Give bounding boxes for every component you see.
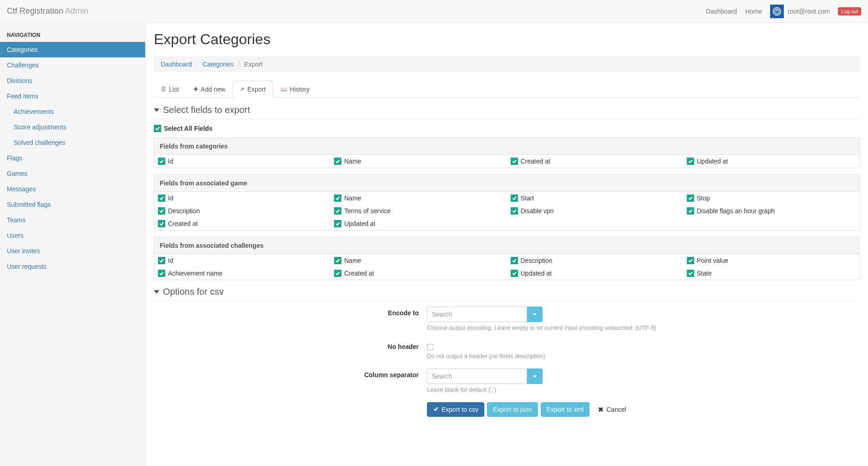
field-label: Terms of service	[344, 207, 391, 215]
select-all-checkbox[interactable]	[154, 125, 161, 132]
field-item: Id	[154, 155, 330, 168]
export-json-button[interactable]: Export to json	[487, 402, 538, 417]
topbar: Ctf Registration Admin Dashboard Home ro…	[0, 0, 868, 23]
field-checkbox[interactable]	[158, 207, 165, 215]
caret-down-icon	[533, 375, 537, 378]
field-checkbox[interactable]	[511, 158, 518, 165]
field-group-header: Fields from associated challenges	[154, 237, 860, 254]
sidebar-item-submitted-flags[interactable]: Submitted flags	[0, 197, 145, 212]
list-icon: ☰	[161, 86, 166, 92]
field-checkbox[interactable]	[334, 195, 341, 202]
sidebar-item-user-requests[interactable]: User requests	[0, 259, 145, 274]
field-group-header: Fields from associated game	[154, 174, 860, 192]
topnav-dashboard[interactable]: Dashboard	[706, 8, 737, 15]
field-checkbox[interactable]	[158, 257, 165, 264]
sidebar-item-categories[interactable]: Categories	[0, 42, 145, 57]
sidebar-item-feed-items[interactable]: Feed items	[0, 88, 145, 104]
tab-export[interactable]: ↗ Export	[233, 81, 273, 97]
field-checkbox[interactable]	[687, 207, 694, 215]
field-checkbox[interactable]	[511, 257, 518, 264]
logout-button[interactable]: Log out	[838, 7, 861, 15]
encode-to-help: Choose output encoding. Leave empty to l…	[427, 324, 860, 331]
sidebar-item-challenges[interactable]: Challenges	[0, 57, 145, 73]
field-label: Created at	[168, 220, 198, 227]
field-checkbox[interactable]	[687, 270, 694, 277]
column-separator-input[interactable]	[427, 369, 527, 384]
field-label: State	[697, 270, 712, 277]
field-checkbox[interactable]	[334, 158, 341, 165]
sidebar-item-teams[interactable]: Teams	[0, 212, 145, 228]
column-separator-dropdown[interactable]	[527, 369, 543, 384]
field-checkbox[interactable]	[158, 270, 165, 277]
field-label: Disable vpn	[521, 207, 554, 215]
sidebar-item-solved-challenges[interactable]: Solved challenges	[0, 135, 145, 150]
field-checkbox[interactable]	[334, 270, 341, 277]
encode-to-input[interactable]	[427, 307, 527, 322]
field-group-header: Fields from categories	[154, 138, 860, 155]
no-header-checkbox[interactable]	[427, 344, 433, 350]
field-label: Id	[168, 158, 173, 165]
select-all-label: Select All Fields	[164, 125, 213, 132]
field-label: Updated at	[521, 270, 552, 277]
sidebar-item-flags[interactable]: Flags	[0, 150, 145, 166]
field-label: Name	[344, 195, 361, 202]
close-icon: ✖	[598, 406, 604, 413]
field-grid: IdNameDescriptionPoint valueAchievement …	[154, 254, 860, 280]
brand-main: Ctf Registration	[7, 6, 63, 15]
history-icon: 📖	[280, 86, 287, 92]
sidebar-item-users[interactable]: Users	[0, 228, 145, 243]
svg-rect-1	[777, 9, 778, 12]
field-checkbox[interactable]	[687, 195, 694, 202]
tab-list-label: List	[169, 86, 179, 93]
brand-sub: Admin	[65, 6, 88, 15]
tab-export-label: Export	[247, 86, 265, 93]
field-item: State	[683, 267, 859, 280]
field-checkbox[interactable]	[158, 195, 165, 202]
field-item: Updated at	[683, 155, 859, 168]
sidebar-item-achievements[interactable]: Achievements	[0, 104, 145, 119]
tab-add-new[interactable]: ✚ Add new	[186, 81, 233, 97]
tabs: ☰ List ✚ Add new ↗ Export 📖 History	[154, 81, 860, 97]
field-item: Name	[330, 254, 507, 267]
field-item: Point value	[683, 254, 859, 267]
options-section-toggle[interactable]: Options for csv	[154, 287, 860, 301]
brand[interactable]: Ctf Registration Admin	[7, 6, 88, 16]
sidebar-item-messages[interactable]: Messages	[0, 181, 145, 197]
user-block[interactable]: root@root.com	[770, 5, 830, 18]
tab-history-label: History	[290, 86, 310, 93]
field-checkbox[interactable]	[334, 220, 341, 227]
fields-section-title: Select fields to export	[163, 105, 250, 115]
tab-history[interactable]: 📖 History	[273, 81, 317, 97]
breadcrumb-categories[interactable]: Categories	[203, 61, 233, 68]
sidebar-item-score-adjustments[interactable]: Score adjustments	[0, 119, 145, 135]
export-xml-button[interactable]: Export to xml	[541, 402, 590, 417]
field-item: Name	[330, 192, 507, 205]
field-label: Stop	[697, 195, 710, 202]
field-checkbox[interactable]	[158, 220, 165, 227]
field-checkbox[interactable]	[334, 207, 341, 215]
sidebar-item-user-invites[interactable]: User invites	[0, 243, 145, 259]
field-checkbox[interactable]	[687, 158, 694, 165]
fields-section-toggle[interactable]: Select fields to export	[154, 105, 860, 119]
sidebar-item-divisions[interactable]: Divisions	[0, 73, 145, 88]
field-checkbox[interactable]	[511, 270, 518, 277]
breadcrumb-dashboard[interactable]: Dashboard	[161, 61, 192, 68]
cancel-label: Cancel	[606, 406, 626, 413]
field-checkbox[interactable]	[687, 257, 694, 264]
field-label: Name	[344, 257, 361, 264]
field-checkbox[interactable]	[334, 257, 341, 264]
tab-list[interactable]: ☰ List	[154, 81, 186, 97]
field-checkbox[interactable]	[511, 195, 518, 202]
field-checkbox[interactable]	[511, 207, 518, 215]
topnav-home[interactable]: Home	[745, 8, 762, 15]
field-label: Achievement name	[168, 270, 223, 277]
column-separator-help: Leave blank for default (',')	[427, 386, 860, 393]
field-checkbox[interactable]	[158, 158, 165, 165]
sidebar-item-games[interactable]: Games	[0, 166, 145, 181]
export-csv-button[interactable]: Export to csv	[427, 402, 484, 417]
cancel-button[interactable]: ✖ Cancel	[592, 402, 632, 417]
encode-to-dropdown[interactable]	[527, 307, 543, 322]
field-item: Description	[154, 205, 330, 217]
breadcrumb-current: Export	[244, 61, 263, 68]
field-label: Description	[168, 207, 200, 215]
